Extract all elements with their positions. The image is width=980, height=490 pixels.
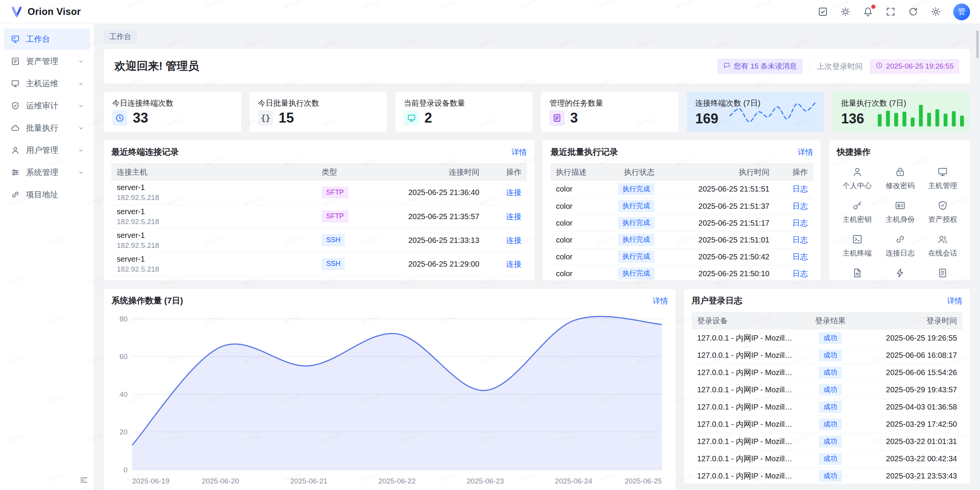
chevron-down-icon [77,58,85,65]
batch-records-detail-link[interactable]: 详情 [798,147,813,157]
login-result-tag: 成功 [819,418,842,430]
stat-value: 169 [695,112,718,126]
exec-time: 2025-06-25 21:50:10 [660,265,775,280]
quick-actions-grid: 个人中心修改密码主机管理主机密钥主机身份资产授权主机终端连接日志在线会话文件操作… [829,163,970,280]
col-action: 操作 [775,163,813,181]
quick-action-execution-logs[interactable]: 执行日志 [921,267,964,280]
settings-button[interactable] [931,7,941,17]
log-link[interactable]: 日志 [792,236,808,244]
stat-card-today-terminal-connections: 今日连接终端次数33 [104,92,241,132]
terminal-records-detail-link[interactable]: 详情 [511,147,527,157]
refresh-icon [908,7,918,17]
connect-link[interactable]: 连接 [506,236,521,244]
quick-action-host-identity[interactable]: 主机身份 [879,200,921,225]
col-exec-status: 执行状态 [587,163,660,181]
quick-actions-title: 快捷操作 [837,146,871,158]
topbar-actions: 管 [818,3,970,20]
notifications-button[interactable] [863,7,873,17]
divider [810,61,810,71]
sidebar-item-user-management[interactable]: 用户管理 [4,139,90,161]
batch-records-panel: 最近批量执行记录 详情 执行描述 执行状态 执行时间 操作 color 执行完成… [543,140,821,280]
sidebar-item-ops-audit[interactable]: 运维审计 [4,95,90,116]
exec-status-tag: 执行完成 [618,234,655,246]
sidebar-item-label: 项目地址 [26,189,85,200]
lock-icon [895,166,906,177]
col-login-time: 登录时间 [859,312,962,329]
refresh-button[interactable] [908,7,918,17]
sidebar-item-project-url[interactable]: 项目地址 [4,184,90,205]
login-device: 127.0.0.1 - 内网IP - Mozilla/5.0 (Windows … [692,347,802,364]
svg-text:60: 60 [119,353,127,361]
login-result-tag: 成功 [819,349,842,361]
theme-button[interactable] [840,7,851,17]
sidebar-item-asset-management[interactable]: 资产管理 [4,51,90,72]
orion-visor-logo-icon [10,5,23,18]
login-logs-detail-link[interactable]: 详情 [947,296,962,306]
exec-status-tag: 执行完成 [618,217,655,229]
host-name: server-1 [117,230,311,241]
sidebar-item-system-management[interactable]: 系统管理 [4,162,90,183]
quick-action-change-password[interactable]: 修改密码 [879,166,921,191]
chevron-down-icon [77,102,85,110]
terminal-trend-sparkline [727,99,819,125]
quick-action-label: 在线会话 [928,248,957,258]
terminal-records-panel: 最近终端连接记录 详情 连接主机 类型 连接时间 操作 server-1182.… [104,140,534,280]
login-device: 127.0.0.1 - 内网IP - Mozilla/5.0 (Windows … [692,398,802,416]
connect-link[interactable]: 连接 [506,188,521,197]
user-avatar[interactable]: 管 [953,3,970,20]
fullscreen-button[interactable] [885,7,896,17]
system-operations-detail-link[interactable]: 详情 [653,296,668,306]
exec-time: 2025-06-25 21:51:17 [660,215,775,231]
sidebar-item-host-ops[interactable]: 主机运维 [4,73,90,94]
log-link[interactable]: 日志 [792,269,808,278]
col-login-device: 登录设备 [692,312,802,329]
quick-action-online-sessions[interactable]: 在线会话 [921,234,964,258]
terminal-records-title: 最近终端连接记录 [111,146,179,158]
log-link[interactable]: 日志 [792,219,808,227]
gear-icon [931,7,941,17]
app-logo: Orion Visor [10,5,81,18]
users-icon [937,234,948,245]
monitor-icon [937,166,948,177]
col-connect-time: 连接时间 [366,163,485,181]
welcome-title: 欢迎回来! 管理员 [114,59,199,74]
sidebar-collapse-button[interactable] [79,475,88,485]
connect-link[interactable]: 连接 [506,212,521,221]
batch-records-table: 执行描述 执行状态 执行时间 操作 color 执行完成 2025-06-25 … [550,163,813,280]
unread-messages-text: 您有 15 条未读消息 [734,61,797,71]
quick-action-label: 连接日志 [886,248,915,258]
stat-card-managed-tasks: 管理的任务数量3 [541,92,678,132]
feedback-button[interactable] [818,7,828,17]
terminal-record-row: server-1182.92.5.218 SFTP 2025-06-25 21:… [111,205,527,228]
host-name: server-1 [117,254,311,264]
quick-action-personal-center[interactable]: 个人中心 [835,166,879,191]
login-device: 127.0.0.1 - 内网IP - Mozilla/5.0 (Windows … [692,329,802,347]
col-host: 连接主机 [111,163,316,181]
quick-action-label: 个人中心 [843,181,872,191]
breadcrumb-workbench[interactable]: 工作台 [104,30,137,44]
log-link[interactable]: 日志 [792,202,808,210]
clock-icon [115,113,124,123]
menu-fold-icon [79,475,88,485]
terminal-icon [852,234,863,245]
list-icon [11,57,20,66]
quick-action-connection-logs[interactable]: 连接日志 [879,234,921,258]
device-icon [407,113,416,123]
quick-action-command-execution[interactable]: 命令执行 [879,267,921,280]
sidebar-item-batch-execution[interactable]: 批量执行 [4,117,90,139]
last-login-time-chip: 2025-06-25 19:26:55 [870,59,959,74]
sidebar-item-workbench[interactable]: 工作台 [4,28,90,50]
quick-action-asset-authorization[interactable]: 资产授权 [921,200,964,225]
last-login-time: 2025-06-25 19:26:55 [886,62,954,70]
log-link[interactable]: 日志 [792,185,808,193]
quick-action-host-terminal[interactable]: 主机终端 [835,234,879,258]
unread-messages-chip[interactable]: 您有 15 条未读消息 [717,59,803,74]
quick-action-file-operation-logs[interactable]: 文件操作日志 [835,267,879,280]
log-link[interactable]: 日志 [792,252,808,261]
quick-action-host-management[interactable]: 主机管理 [921,166,964,191]
connect-link[interactable]: 连接 [506,260,521,268]
quick-action-host-keys[interactable]: 主机密钥 [835,200,879,225]
sidebar: 工作台资产管理主机运维运维审计批量执行用户管理系统管理项目地址 [0,24,94,490]
scrollbar-thumb[interactable] [976,31,979,58]
login-device: 127.0.0.1 - 内网IP - Mozilla/5.0 (Windows … [692,416,802,433]
